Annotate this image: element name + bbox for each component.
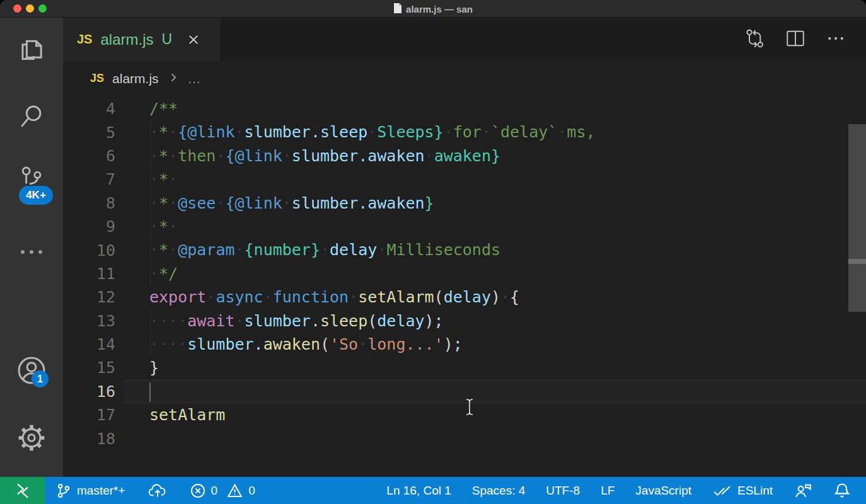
- editor-actions: [744, 18, 866, 61]
- remote-indicator[interactable]: [0, 477, 45, 504]
- line-number[interactable]: 16: [63, 382, 124, 401]
- line-content[interactable]: ·*·: [124, 168, 866, 191]
- tab-git-status: U: [161, 31, 172, 48]
- line-number[interactable]: 5: [63, 123, 124, 142]
- line-number[interactable]: 13: [63, 312, 124, 330]
- open-changes-icon[interactable]: [744, 27, 766, 52]
- source-control-icon[interactable]: 4K+: [0, 162, 63, 197]
- code-editor[interactable]: 4/**5·*·{@link·slumber.sleep·Sleeps}·for…: [63, 96, 866, 477]
- line-content[interactable]: ·*·{@link·slumber.sleep·Sleeps}·for·`del…: [124, 120, 866, 144]
- more-views-icon[interactable]: [0, 234, 63, 270]
- line-number[interactable]: 6: [63, 147, 124, 165]
- line-number[interactable]: 11: [63, 265, 124, 283]
- status-bar: master*+ 0 0 Ln 16, Col 1 Spaces: 4 UTF-…: [0, 477, 866, 504]
- breadcrumb-symbol[interactable]: …: [188, 71, 202, 86]
- window-title: alarm.js — san: [406, 4, 473, 14]
- editor-group: JS alarm.js U JS alarm.j: [63, 18, 866, 477]
- tab-label: alarm.js: [100, 31, 153, 49]
- code-line-18[interactable]: 18: [63, 427, 866, 450]
- line-number[interactable]: 15: [63, 358, 124, 377]
- warning-count: 0: [248, 484, 255, 498]
- branch-name: master*+: [77, 484, 125, 498]
- cursor-position-status[interactable]: Ln 16, Col 1: [386, 484, 451, 498]
- code-line-8[interactable]: 8·*·@see·{@link·slumber.awaken}: [63, 192, 866, 215]
- split-editor-icon[interactable]: [784, 27, 807, 52]
- double-check-icon: [712, 483, 732, 498]
- git-branch-status[interactable]: master*+: [55, 483, 125, 499]
- more-actions-icon[interactable]: [824, 27, 847, 52]
- error-icon: [190, 483, 206, 499]
- search-icon[interactable]: [0, 99, 63, 134]
- account-icon[interactable]: 1: [0, 353, 63, 388]
- eslint-status[interactable]: ESLint: [712, 483, 773, 498]
- line-content[interactable]: ····await·slumber.sleep(delay);: [124, 309, 866, 333]
- scrollbar-marker: [848, 259, 866, 264]
- line-content[interactable]: ·*·@param·{number}·delay·Milliseconds: [124, 238, 866, 261]
- source-control-badge: 4K+: [19, 186, 53, 205]
- code-line-9[interactable]: 9·*·: [63, 215, 866, 238]
- tab-close-icon[interactable]: [187, 33, 200, 47]
- explorer-icon[interactable]: [0, 30, 63, 65]
- line-number[interactable]: 8: [63, 194, 124, 212]
- line-content[interactable]: [124, 380, 866, 403]
- notifications-bell-icon[interactable]: [833, 482, 851, 500]
- feedback-icon[interactable]: [794, 482, 812, 500]
- document-icon: [393, 3, 401, 15]
- code-line-12[interactable]: 12export·async·function·setAlarm(delay)·…: [63, 285, 866, 309]
- line-number[interactable]: 9: [63, 217, 124, 236]
- line-number[interactable]: 4: [63, 100, 124, 118]
- code-line-6[interactable]: 6·*·then·{@link·slumber.awaken·awaken}: [63, 144, 866, 168]
- code-line-5[interactable]: 5·*·{@link·slumber.sleep·Sleeps}·for·`de…: [63, 120, 866, 144]
- tab-alarm-js[interactable]: JS alarm.js U: [63, 18, 221, 61]
- vscode-window: alarm.js — san 4K+ 1: [0, 0, 866, 504]
- line-content[interactable]: setAlarm: [124, 403, 866, 427]
- line-number[interactable]: 17: [63, 406, 124, 424]
- vertical-scrollbar[interactable]: [848, 124, 866, 312]
- line-content[interactable]: ·*·: [124, 215, 866, 238]
- eol-status[interactable]: LF: [601, 484, 615, 498]
- account-badge: 1: [32, 370, 49, 387]
- code-line-10[interactable]: 10·*·@param·{number}·delay·Milliseconds: [63, 238, 866, 261]
- line-content[interactable]: ····slumber.awaken('So·long...');: [124, 333, 866, 356]
- error-count: 0: [211, 484, 218, 498]
- line-content[interactable]: }: [124, 356, 866, 379]
- line-content[interactable]: ·*·then·{@link·slumber.awaken·awaken}: [124, 144, 866, 168]
- line-content[interactable]: ·*/: [124, 262, 866, 285]
- line-number[interactable]: 10: [63, 241, 124, 260]
- publish-changes-button[interactable]: [148, 483, 167, 499]
- code-line-13[interactable]: 13····await·slumber.sleep(delay);: [63, 309, 866, 333]
- mouse-ibeam-cursor: [465, 398, 475, 418]
- text-caret: [149, 382, 151, 402]
- settings-gear-icon[interactable]: [0, 420, 63, 455]
- tab-bar: JS alarm.js U: [63, 18, 866, 61]
- line-content[interactable]: export·async·function·setAlarm(delay)·{: [124, 285, 866, 309]
- language-mode-status[interactable]: JavaScript: [635, 484, 691, 498]
- code-line-11[interactable]: 11·*/: [63, 262, 866, 285]
- code-line-15[interactable]: 15}: [63, 356, 866, 379]
- javascript-file-icon: JS: [90, 72, 104, 85]
- line-number[interactable]: 12: [63, 288, 124, 306]
- activity-bar: 4K+ 1: [0, 18, 63, 477]
- line-number[interactable]: 14: [63, 335, 124, 353]
- code-line-14[interactable]: 14····slumber.awaken('So·long...');: [63, 333, 866, 356]
- line-content[interactable]: ·*·@see·{@link·slumber.awaken}: [124, 192, 866, 215]
- line-content[interactable]: /**: [124, 97, 866, 120]
- titlebar[interactable]: alarm.js — san: [0, 0, 866, 18]
- encoding-status[interactable]: UTF-8: [546, 484, 580, 498]
- code-line-7[interactable]: 7·*·: [63, 168, 866, 191]
- line-content[interactable]: [124, 427, 866, 450]
- line-number[interactable]: 7: [63, 170, 124, 188]
- chevron-right-icon: [167, 71, 180, 86]
- code-area: 4/**5·*·{@link·slumber.sleep·Sleeps}·for…: [63, 97, 866, 450]
- indentation-status[interactable]: Spaces: 4: [472, 484, 526, 498]
- problems-status[interactable]: 0 0: [190, 483, 255, 499]
- breadcrumb: JS alarm.js …: [63, 61, 866, 96]
- breadcrumb-file[interactable]: alarm.js: [112, 71, 159, 86]
- code-line-4[interactable]: 4/**: [63, 97, 866, 120]
- javascript-file-icon: JS: [77, 32, 92, 47]
- line-number[interactable]: 18: [63, 430, 124, 448]
- warning-icon: [226, 483, 243, 499]
